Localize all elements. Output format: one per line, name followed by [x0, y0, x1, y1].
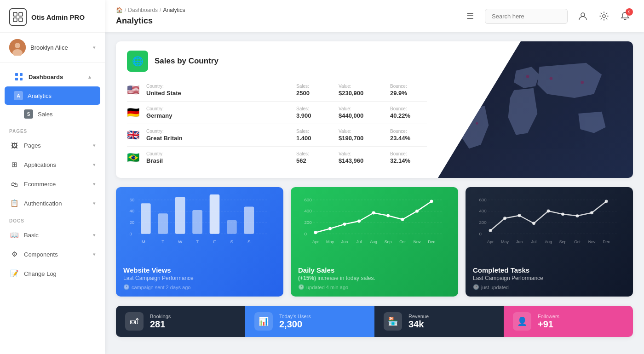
- followers-label: Followers: [538, 314, 559, 319]
- followers-icon: 👤: [513, 312, 531, 331]
- notifications-icon[interactable]: 9: [617, 8, 633, 24]
- daily-sales-highlight: (+15%): [298, 275, 316, 281]
- completed-tasks-card: 600 400 200 0: [466, 187, 633, 297]
- svg-text:400: 400: [479, 208, 487, 213]
- sales-card-header: 🌐 Sales by Country: [127, 51, 427, 72]
- completed-tasks-footer: 🕐 just updated: [473, 284, 626, 290]
- svg-text:Jun: Jun: [516, 240, 523, 244]
- stat-bookings: 🛋 Bookings 281: [116, 306, 245, 337]
- svg-point-56: [430, 200, 433, 203]
- breadcrumb-trail: 🏠 / Dashboards / Analytics: [116, 7, 185, 13]
- svg-text:Apr: Apr: [487, 240, 494, 244]
- sidebar-analytics-label: Analytics: [28, 92, 91, 99]
- sales-globe-icon: 🌐: [127, 51, 148, 72]
- svg-text:F: F: [213, 239, 216, 244]
- user-name: Brooklyn Alice: [30, 44, 88, 51]
- svg-point-51: [357, 220, 361, 223]
- menu-toggle-icon[interactable]: ☰: [463, 7, 477, 25]
- daily-sales-info: Daily Sales (+15%) increase in today sal…: [291, 261, 458, 297]
- svg-point-53: [386, 214, 390, 217]
- sidebar-logo: Otis Admin PRO: [0, 0, 105, 33]
- breadcrumb-analytics[interactable]: Analytics: [163, 7, 185, 13]
- daily-sales-subtitle: (+15%) increase in today sales.: [298, 275, 451, 281]
- authentication-icon: 📋: [9, 198, 19, 208]
- sidebar-item-authentication[interactable]: 📋 Authentication ▾: [0, 194, 105, 213]
- svg-point-76: [518, 214, 521, 217]
- svg-point-54: [401, 218, 404, 221]
- svg-text:Sep: Sep: [559, 240, 567, 244]
- svg-rect-1: [19, 12, 23, 16]
- svg-point-17: [476, 122, 478, 125]
- user-profile-icon[interactable]: [575, 8, 591, 24]
- svg-point-77: [532, 222, 535, 225]
- svg-text:Nov: Nov: [414, 240, 421, 244]
- svg-point-16: [581, 81, 584, 84]
- svg-text:May: May: [326, 240, 334, 244]
- settings-icon[interactable]: [596, 8, 612, 24]
- sidebar-basic-label: Basic: [24, 232, 88, 239]
- sidebar-item-analytics[interactable]: A Analytics: [5, 86, 100, 105]
- completed-tasks-footer-text: just updated: [481, 285, 509, 290]
- daily-sales-footer-text: updated 4 min ago: [306, 285, 348, 290]
- svg-rect-28: [175, 197, 185, 234]
- bounce-field-us: Bounce: 29.9%: [390, 84, 427, 97]
- sidebar-item-ecommerce[interactable]: 🛍 Ecommerce ▾: [0, 174, 105, 194]
- authentication-chevron-icon: ▾: [93, 200, 96, 206]
- changelog-icon: 📝: [9, 268, 19, 279]
- header-icons: 9: [575, 8, 633, 24]
- sidebar-components-label: Components: [24, 251, 88, 258]
- svg-text:Jun: Jun: [341, 240, 348, 244]
- daily-sales-chart: 600 400 200 0: [291, 187, 458, 261]
- svg-text:200: 200: [304, 220, 312, 225]
- sidebar-item-changelog[interactable]: 📝 Change Log: [0, 264, 105, 283]
- applications-chevron-icon: ▾: [93, 162, 96, 168]
- breadcrumb-sep2: /: [160, 7, 161, 13]
- table-row: 🇺🇸 Country: United State Sales: 2500 Val…: [127, 79, 427, 102]
- ecommerce-icon: 🛍: [9, 179, 19, 189]
- pages-icon: 🖼: [9, 140, 19, 150]
- svg-text:Jul: Jul: [531, 240, 536, 244]
- bookings-icon: 🛋: [125, 312, 144, 331]
- sidebar-user[interactable]: Brooklyn Alice ▾: [0, 33, 105, 63]
- flag-de: 🇩🇪: [127, 107, 141, 119]
- stats-row: 🛋 Bookings 281 📊 Today's Users 2,300 🏪 R…: [116, 306, 633, 337]
- sidebar-item-dashboards[interactable]: Dashboards ▴: [5, 67, 100, 86]
- svg-point-13: [475, 84, 479, 88]
- app-name: Otis Admin PRO: [31, 13, 85, 21]
- user-chevron-icon: ▾: [93, 45, 96, 51]
- svg-point-50: [343, 223, 346, 226]
- stat-revenue: 🏪 Revenue 34k: [374, 306, 504, 337]
- svg-rect-10: [20, 78, 23, 80]
- sidebar-item-applications[interactable]: ⊞ Applications ▾: [0, 155, 105, 174]
- website-views-footer: 🕐 campaign sent 2 days ago: [123, 284, 276, 290]
- website-views-title: Website Views: [123, 266, 276, 274]
- country-table: 🇺🇸 Country: United State Sales: 2500 Val…: [127, 79, 427, 169]
- dashboards-icon: [14, 72, 24, 82]
- sidebar-changelog-label: Change Log: [24, 270, 96, 277]
- today-users-value: 2,300: [279, 319, 311, 330]
- dashboards-chevron-icon: ▴: [88, 74, 91, 80]
- sidebar-item-label: Dashboards: [29, 74, 84, 80]
- avatar: [9, 39, 26, 56]
- sidebar-item-sales[interactable]: S Sales: [0, 105, 105, 123]
- revenue-value: 34k: [408, 319, 429, 330]
- sales-badge: S: [24, 109, 33, 119]
- table-row: 🇬🇧 Country: Great Britain Sales: 1.400 V…: [127, 124, 427, 147]
- svg-text:Nov: Nov: [588, 240, 596, 244]
- bookings-label: Bookings: [150, 314, 171, 319]
- svg-text:Sep: Sep: [385, 240, 392, 244]
- search-input[interactable]: [485, 9, 568, 24]
- flag-us: 🇺🇸: [127, 84, 141, 96]
- svg-point-74: [489, 229, 492, 232]
- completed-tasks-subtitle: Last Campaign Performance: [473, 275, 626, 281]
- svg-text:20: 20: [129, 220, 134, 225]
- sidebar-item-pages[interactable]: 🖼 Pages ▾: [0, 136, 105, 155]
- breadcrumb-dashboards[interactable]: Dashboards: [128, 7, 158, 13]
- svg-text:0: 0: [304, 231, 307, 236]
- sidebar-item-components[interactable]: ⚙ Components ▾: [0, 245, 105, 264]
- svg-point-15: [550, 77, 553, 80]
- sidebar-item-basic[interactable]: 📖 Basic ▾: [0, 225, 105, 245]
- website-views-footer-text: campaign sent 2 days ago: [132, 285, 190, 290]
- svg-rect-27: [158, 213, 168, 234]
- svg-point-81: [590, 211, 593, 214]
